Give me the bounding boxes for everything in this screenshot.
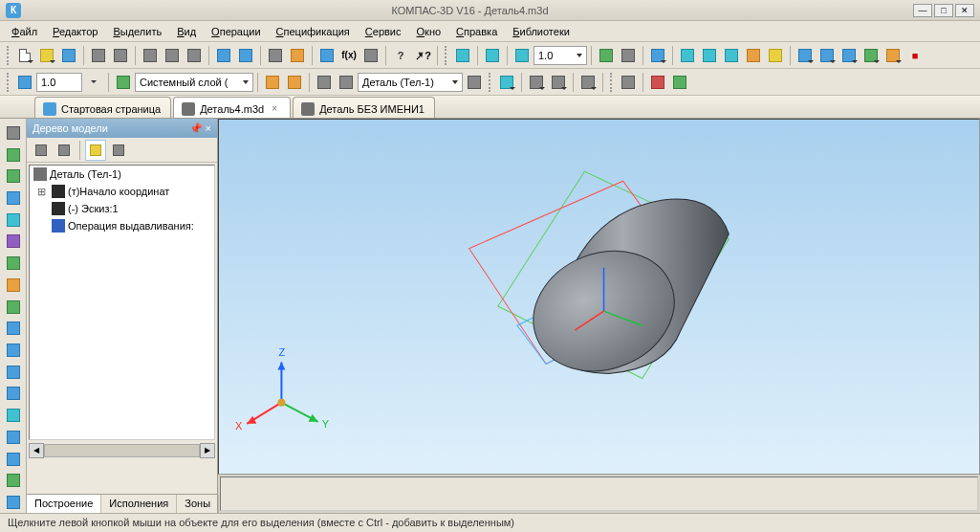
copy-button[interactable] — [162, 45, 183, 66]
print-button[interactable] — [88, 45, 109, 66]
zoom-combo[interactable]: 1.0 — [534, 46, 587, 65]
menu-service[interactable]: Сервис — [359, 23, 407, 40]
undo-button[interactable] — [213, 45, 234, 66]
tool-rib[interactable] — [3, 318, 24, 339]
menu-select[interactable]: Выделить — [107, 23, 167, 40]
viewport-3d[interactable]: Z Y X — [218, 119, 980, 475]
minimize-button[interactable]: — — [913, 4, 932, 17]
view-mode1-button[interactable] — [677, 45, 698, 66]
tree-origin[interactable]: ⊞ (т)Начало координат — [30, 183, 214, 200]
sketch-button[interactable] — [262, 72, 283, 93]
mode1-button[interactable] — [618, 72, 639, 93]
menu-libs[interactable]: Библиотеки — [507, 23, 576, 40]
body-combo[interactable]: Деталь (Тел-1) — [358, 73, 463, 92]
tool-revolve[interactable] — [3, 188, 24, 209]
toolbar-grip[interactable] — [7, 46, 11, 65]
menu-view[interactable]: Вид — [171, 23, 202, 40]
redo-button[interactable] — [235, 45, 256, 66]
tool-pattern[interactable] — [3, 384, 24, 405]
tool-arrow[interactable] — [3, 122, 24, 144]
tool-measure[interactable] — [3, 492, 24, 513]
panel-tab-zones[interactable]: Зоны — [177, 495, 219, 513]
tool-chamfer[interactable] — [3, 275, 24, 296]
body-next-button[interactable] — [336, 72, 357, 93]
save-button[interactable] — [58, 45, 79, 66]
context-help-button[interactable]: ⭷? — [412, 45, 433, 66]
layer-combo[interactable]: Системный слой ( — [135, 73, 253, 92]
expand-icon[interactable]: ⊞ — [33, 186, 49, 198]
rotate-button[interactable] — [596, 45, 617, 66]
menu-spec[interactable]: Спецификация — [271, 23, 356, 40]
tree-mode3-button[interactable] — [85, 140, 106, 161]
tree-mode2-button[interactable] — [54, 140, 75, 161]
body-icon[interactable] — [314, 72, 335, 93]
menu-help[interactable]: Справка — [450, 23, 503, 40]
model-tree[interactable]: Деталь (Тел-1) ⊞ (т)Начало координат (-)… — [29, 165, 215, 440]
view-stop-button[interactable]: ■ — [904, 45, 926, 66]
panel-tab-build[interactable]: Построение — [27, 495, 101, 513]
spec-button[interactable] — [360, 45, 381, 66]
help-button[interactable]: ? — [390, 45, 411, 66]
sketch-edit-button[interactable] — [284, 72, 305, 93]
vars-button[interactable] — [316, 45, 338, 66]
toolbar-grip-2[interactable] — [445, 46, 448, 65]
menu-editor[interactable]: Редактор — [47, 23, 103, 40]
tree-mode4-button[interactable] — [108, 140, 129, 161]
tab-start[interactable]: Стартовая страница — [34, 97, 171, 118]
scale-drop-button[interactable] — [83, 72, 104, 93]
tree-sketch[interactable]: (-) Эскиз:1 — [30, 200, 214, 217]
view-tree3-button[interactable] — [838, 45, 860, 66]
tool-loft[interactable] — [3, 232, 24, 253]
menu-operations[interactable]: Операции — [206, 23, 266, 40]
linetype-button[interactable] — [14, 72, 35, 93]
view-tree1-button[interactable] — [795, 45, 816, 66]
preview-button[interactable] — [110, 45, 131, 66]
toolbar-grip-5[interactable] — [610, 73, 614, 92]
panel-title-bar[interactable]: Дерево модели 📌 × — [27, 119, 217, 138]
panel-tab-exec[interactable]: Исполнения — [101, 495, 177, 513]
tree-mode1-button[interactable] — [31, 140, 52, 161]
tool-fillet[interactable] — [3, 253, 24, 274]
filter2-button[interactable] — [526, 72, 547, 93]
panel-close-icon[interactable]: × — [206, 122, 211, 134]
tab-doc1[interactable]: Деталь4.m3d × — [173, 97, 291, 118]
tab-doc1-close[interactable]: × — [269, 103, 280, 115]
view-iso-button[interactable] — [647, 45, 668, 66]
tool-shell[interactable] — [3, 340, 24, 361]
tool-plane[interactable] — [3, 427, 24, 448]
properties-button[interactable] — [265, 45, 286, 66]
filter1-button[interactable] — [496, 72, 517, 93]
tool-extrude[interactable] — [3, 144, 24, 166]
property-bar[interactable] — [220, 477, 978, 511]
fx-button[interactable]: f(x) — [338, 45, 359, 66]
panel-pin-icon[interactable]: 📌 — [189, 122, 203, 134]
layer-icon[interactable] — [113, 72, 134, 93]
scroll-right-button[interactable]: ▶ — [200, 443, 215, 458]
tab-doc2[interactable]: Деталь БЕЗ ИМЕНИ1 — [293, 97, 435, 118]
tree-root[interactable]: Деталь (Тел-1) — [30, 166, 214, 183]
menu-window[interactable]: Окно — [411, 23, 447, 40]
zoom-extents-button[interactable] — [452, 45, 473, 66]
view-mode3-button[interactable] — [721, 45, 742, 66]
menu-file[interactable]: Файл — [6, 23, 43, 40]
tool-axis[interactable] — [3, 449, 24, 470]
paste-button[interactable] — [184, 45, 205, 66]
scale-input[interactable] — [36, 73, 82, 92]
view-tree5-button[interactable] — [882, 45, 904, 66]
tool-cut[interactable] — [3, 166, 24, 187]
new-doc-button[interactable] — [14, 45, 35, 66]
toolbar-grip-4[interactable] — [489, 73, 492, 92]
filter4-button[interactable] — [577, 72, 599, 93]
tree-extrude[interactable]: Операция выдавливания: — [30, 217, 214, 234]
panel-hscroll[interactable]: ◀ ▶ — [29, 442, 215, 459]
tool-draft[interactable] — [3, 362, 24, 383]
mode3-button[interactable] — [669, 72, 690, 93]
tool-hole[interactable] — [3, 297, 24, 318]
maximize-button[interactable]: □ — [934, 4, 953, 17]
zoom-window-button[interactable] — [512, 45, 533, 66]
zoom-in-button[interactable] — [482, 45, 503, 66]
scroll-left-button[interactable]: ◀ — [29, 443, 44, 458]
open-button[interactable] — [36, 45, 57, 66]
close-button[interactable]: ✕ — [955, 4, 974, 17]
filter3-button[interactable] — [548, 72, 569, 93]
